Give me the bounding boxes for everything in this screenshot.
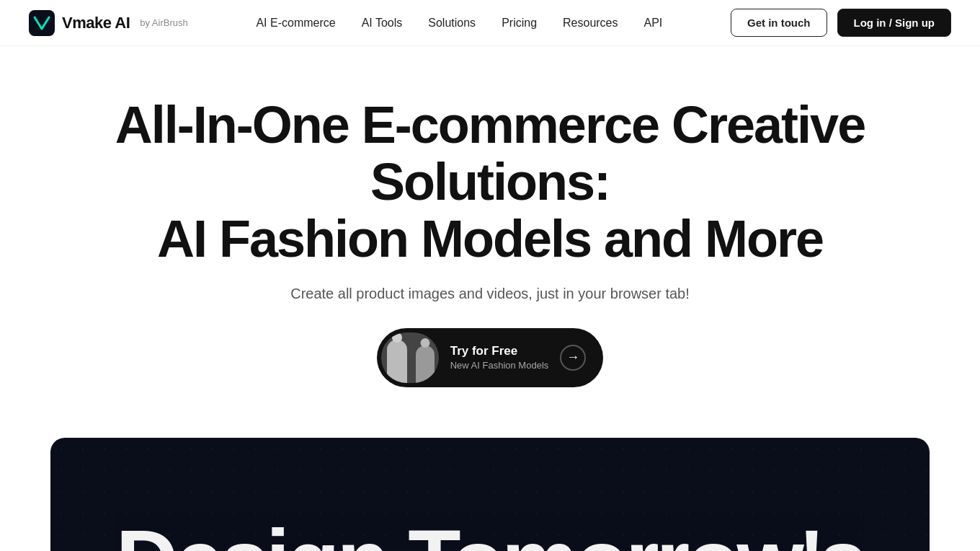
design-tomorrow-heading: Design Tomorrow's	[116, 517, 864, 551]
nav-actions: Get in touch Log in / Sign up	[731, 9, 951, 37]
nav-links: AI E-commerce AI Tools Solutions Pricing…	[256, 17, 662, 30]
hero-subtitle: Create all product images and videos, ju…	[29, 286, 951, 302]
nav-link-solutions[interactable]: Solutions	[428, 17, 476, 30]
cta-sub-label: New AI Fashion Models	[450, 360, 549, 371]
hero-title-line1: All-In-One E-commerce Creative Solutions…	[115, 96, 865, 211]
cta-fashion-models-image	[381, 332, 439, 383]
login-signup-button[interactable]: Log in / Sign up	[837, 9, 951, 37]
by-airbrush-label: by AirBrush	[140, 17, 187, 28]
nav-link-pricing[interactable]: Pricing	[502, 17, 537, 30]
cta-banner-button[interactable]: Try for Free New AI Fashion Models →	[377, 328, 604, 387]
brand-name: Vmake AI	[62, 14, 130, 32]
cta-main-label: Try for Free	[450, 344, 549, 358]
nav-link-api[interactable]: API	[644, 17, 663, 30]
hero-section: All-In-One E-commerce Creative Solutions…	[0, 46, 980, 409]
fashion-model-left	[387, 340, 407, 383]
nav-link-ai-tools[interactable]: AI Tools	[362, 17, 403, 30]
get-in-touch-button[interactable]: Get in touch	[731, 9, 827, 37]
hero-title-line2: AI Fashion Models and More	[157, 210, 823, 268]
fashion-model-right	[416, 345, 435, 383]
dark-banner-section: Design Tomorrow's	[50, 438, 930, 551]
navbar: Vmake AI by AirBrush AI E-commerce AI To…	[0, 0, 980, 46]
cta-arrow-icon: →	[560, 345, 586, 371]
hero-title: All-In-One E-commerce Creative Solutions…	[94, 97, 886, 268]
logo-area: Vmake AI by AirBrush	[29, 10, 188, 36]
cta-text-block: Try for Free New AI Fashion Models	[450, 344, 549, 371]
svg-rect-0	[29, 10, 55, 36]
nav-link-ai-ecommerce[interactable]: AI E-commerce	[256, 17, 335, 30]
vmake-logo-icon	[29, 10, 55, 36]
nav-link-resources[interactable]: Resources	[563, 17, 618, 30]
